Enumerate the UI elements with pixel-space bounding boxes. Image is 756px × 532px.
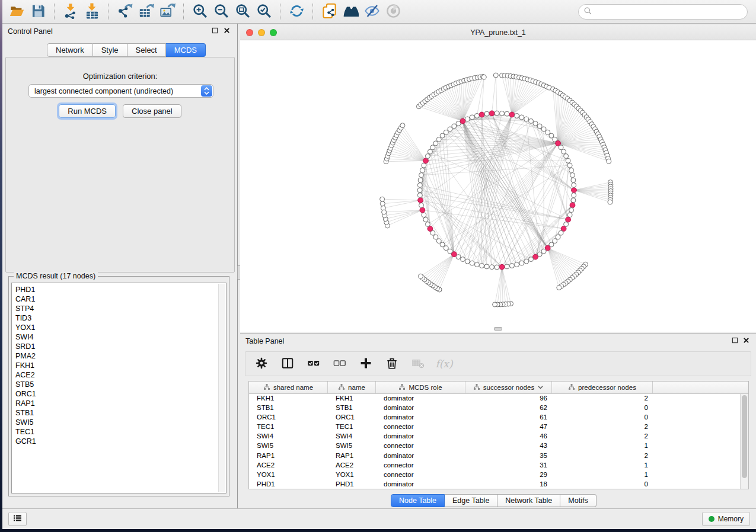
network-node[interactable] <box>495 265 499 270</box>
network-node[interactable] <box>529 257 534 262</box>
mcds-result-item[interactable]: SRD1 <box>15 342 226 351</box>
network-node[interactable] <box>524 259 529 264</box>
table-row[interactable]: TEC1TEC1connector472 <box>249 422 748 432</box>
task-history-button[interactable] <box>8 512 27 526</box>
table-scrollbar[interactable] <box>740 394 748 489</box>
network-node[interactable] <box>481 75 486 79</box>
network-node[interactable] <box>566 158 570 163</box>
mcds-result-item[interactable]: STB5 <box>15 380 226 389</box>
network-node[interactable] <box>556 235 560 239</box>
mcds-node[interactable] <box>460 118 465 124</box>
column-header-predecessor-nodes[interactable]: predecessor nodes <box>552 382 653 394</box>
network-node[interactable] <box>440 242 445 247</box>
table-row[interactable]: ORC1ORC1dominator610 <box>249 413 748 422</box>
network-node[interactable] <box>419 274 423 278</box>
tab-network[interactable]: Network <box>47 43 93 57</box>
network-node[interactable] <box>465 117 470 121</box>
table-row[interactable]: FKH1FKH1dominator962 <box>249 394 748 403</box>
network-node[interactable] <box>382 210 387 214</box>
mcds-result-item[interactable]: ORC1 <box>15 389 226 399</box>
network-node[interactable] <box>484 111 489 116</box>
network-node[interactable] <box>417 183 422 188</box>
network-node[interactable] <box>505 111 509 116</box>
mcds-result-item[interactable]: SWI5 <box>15 418 226 427</box>
network-node[interactable] <box>418 178 423 182</box>
table-row[interactable]: STB1STB1dominator620 <box>249 403 748 413</box>
network-node[interactable] <box>505 264 509 269</box>
float-table-panel-button[interactable] <box>730 336 739 346</box>
network-node[interactable] <box>474 262 479 267</box>
network-node[interactable] <box>515 262 519 267</box>
search-box[interactable] <box>578 4 748 20</box>
network-node[interactable] <box>417 188 422 193</box>
network-node[interactable] <box>470 115 474 120</box>
network-node[interactable] <box>515 113 519 118</box>
column-header-name[interactable]: name <box>328 382 376 394</box>
network-node[interactable] <box>493 302 497 307</box>
table-settings-button[interactable] <box>254 356 269 371</box>
network-node[interactable] <box>495 111 499 116</box>
mcds-node[interactable] <box>423 158 429 164</box>
network-node[interactable] <box>549 133 554 138</box>
mcds-result-item[interactable]: ACE2 <box>15 370 226 380</box>
add-column-button[interactable] <box>358 356 374 371</box>
function-builder-button[interactable]: f(x) <box>436 356 452 371</box>
network-node[interactable] <box>572 193 576 198</box>
mcds-result-item[interactable]: STB1 <box>15 408 226 418</box>
zoom-selected-button[interactable] <box>254 2 273 21</box>
network-node[interactable] <box>436 239 441 243</box>
network-node[interactable] <box>419 173 424 178</box>
mcds-list-scrollbar[interactable] <box>218 284 225 492</box>
close-panel-button[interactable] <box>222 27 231 36</box>
mcds-node[interactable] <box>570 203 575 208</box>
network-node[interactable] <box>567 163 572 168</box>
network-node[interactable] <box>567 213 572 217</box>
network-node[interactable] <box>425 154 430 159</box>
network-node[interactable] <box>420 168 425 172</box>
network-node[interactable] <box>519 261 524 265</box>
network-node[interactable] <box>541 127 546 132</box>
network-node[interactable] <box>380 201 385 206</box>
network-node[interactable] <box>430 145 435 150</box>
network-node[interactable] <box>436 137 441 142</box>
table-scrollbar-thumb[interactable] <box>742 395 747 478</box>
column-header-MCDS-role[interactable]: MCDS role <box>376 382 465 394</box>
export-network-button[interactable] <box>115 2 134 21</box>
network-node[interactable] <box>461 257 465 262</box>
network-node[interactable] <box>419 203 424 207</box>
mcds-result-item[interactable]: PMA2 <box>15 351 226 361</box>
hide-details-button[interactable] <box>362 2 381 21</box>
network-node[interactable] <box>533 121 538 126</box>
show-details-button[interactable] <box>384 2 403 21</box>
table-row[interactable]: RAP1RAP1dominator352 <box>249 451 748 461</box>
network-node[interactable] <box>423 217 428 222</box>
zoom-in-button[interactable] <box>190 2 209 21</box>
find-button[interactable] <box>341 2 360 21</box>
tab-node-table[interactable]: Node Table <box>391 494 445 507</box>
clone-network-button[interactable] <box>320 2 339 21</box>
network-graph[interactable] <box>240 40 756 332</box>
tab-style[interactable]: Style <box>93 43 127 57</box>
network-node[interactable] <box>448 127 452 132</box>
network-node[interactable] <box>509 264 514 268</box>
delete-column-button[interactable] <box>384 356 400 371</box>
mcds-node[interactable] <box>418 198 423 203</box>
network-node[interactable] <box>428 149 432 154</box>
network-node[interactable] <box>524 117 529 121</box>
network-node[interactable] <box>541 249 546 254</box>
network-node[interactable] <box>433 141 438 146</box>
network-node[interactable] <box>608 200 613 204</box>
open-session-button[interactable] <box>7 2 26 21</box>
mcds-node[interactable] <box>572 188 577 193</box>
mcds-result-item[interactable]: PHD1 <box>15 285 226 294</box>
network-node[interactable] <box>444 246 448 251</box>
mcds-node[interactable] <box>428 226 433 232</box>
export-table-button[interactable] <box>136 2 155 21</box>
refresh-layout-button[interactable] <box>287 2 306 21</box>
mcds-result-item[interactable]: FKH1 <box>15 361 226 370</box>
tab-edge-table[interactable]: Edge Table <box>445 494 497 507</box>
mcds-result-item[interactable]: CAR1 <box>15 294 226 304</box>
close-table-panel-button[interactable] <box>741 336 751 346</box>
network-node[interactable] <box>570 173 575 178</box>
network-node[interactable] <box>465 259 470 264</box>
